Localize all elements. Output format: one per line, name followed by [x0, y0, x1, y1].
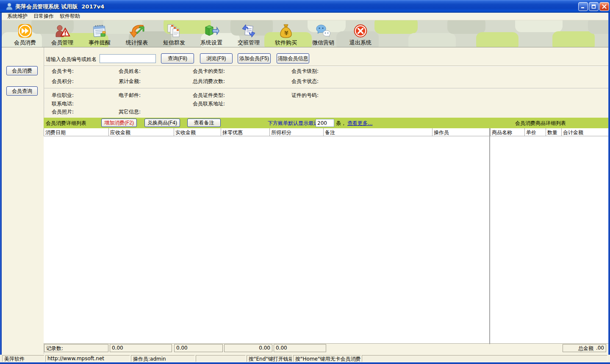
status-brand: 美萍软件 — [2, 355, 44, 362]
toolbar-member-manage[interactable]: 会员管理 — [44, 20, 81, 47]
menu-daily-operation[interactable]: 日常操作 — [30, 12, 57, 20]
svg-text:¥: ¥ — [284, 30, 288, 36]
goods-total-label: 总金额 — [578, 345, 593, 351]
window-border-bottom — [0, 362, 610, 364]
received-total-cell: 0.00 — [174, 344, 223, 352]
app-logo-icon — [5, 2, 14, 12]
col-unit-price: 单价 — [524, 128, 546, 136]
sidebar-member-query-button[interactable]: 会员查询 — [6, 86, 38, 96]
col-discount: 抹零优惠 — [221, 128, 269, 136]
goods-list-title: 会员消费商品详细列表 — [515, 120, 566, 127]
add-consume-button[interactable]: 增加消费(F2) — [101, 119, 137, 127]
member-card-type-label: 会员卡的类型: — [193, 68, 225, 75]
sidebar-member-consume-button[interactable]: 会员消费 — [6, 66, 38, 75]
status-operator: 操作员:admin — [131, 355, 195, 362]
member-photo-label: 会员照片: — [52, 108, 74, 116]
records-count-cell: 记录数: — [44, 344, 108, 352]
toolbar-sms-broadcast[interactable]: 短信群发 — [155, 20, 193, 47]
menu-software-help[interactable]: 软件帮助 — [57, 12, 83, 20]
member-search-input[interactable] — [100, 54, 156, 63]
toolbar-label: 事件提醒 — [89, 39, 111, 47]
clear-member-info-button[interactable]: 清除会员信息 — [277, 53, 309, 63]
stats-arrow-icon — [129, 23, 145, 39]
wechat-icon — [315, 23, 331, 39]
member-occupation-label: 单位职业: — [52, 92, 74, 99]
member-name-label: 会员姓名: — [119, 68, 141, 75]
view-remark-button[interactable]: 查看备注 — [187, 119, 221, 127]
exchange-goods-button[interactable]: 兑换商品(F4) — [144, 119, 180, 127]
divider-line — [44, 88, 608, 89]
col-goods-name: 商品名称 — [490, 128, 524, 136]
col-total-amount: 合计金额 — [561, 128, 608, 136]
status-spacer — [196, 355, 246, 362]
status-hint-end-key: 按"End"键打开钱箱 — [247, 355, 292, 362]
toolbar-exit-system[interactable]: 退出系统 — [342, 20, 379, 47]
toolbar-label: 系统设置 — [200, 39, 222, 47]
status-hint-home-key: 按"Home"键用无卡会员消费 — [293, 355, 361, 362]
col-received: 实收金额 — [174, 128, 221, 136]
calendar-reminder-icon — [92, 23, 108, 39]
consume-table-body[interactable] — [44, 136, 608, 344]
query-button[interactable]: 查询(F8) — [161, 53, 194, 63]
menu-system-maintain[interactable]: 系统维护 — [4, 12, 30, 20]
status-bar: 美萍软件 http://www.mpsoft.net 操作员:admin 按"E… — [0, 355, 610, 362]
member-alert-icon — [54, 23, 70, 39]
member-card-status-label: 会员卡状态: — [291, 78, 319, 85]
fast-forward-icon — [17, 23, 33, 39]
browse-button[interactable]: 浏览(F9) — [200, 53, 233, 63]
window-border-right — [608, 13, 610, 362]
toolbar-stats-report[interactable]: 统计报表 — [118, 20, 155, 47]
consume-action-bar: 会员消费详细列表 增加消费(F2) 兑换商品(F4) 查看备注 下方账单默认显示… — [44, 118, 608, 128]
member-phone-label: 联系电话: — [52, 100, 74, 108]
toolbar-event-reminder[interactable]: 事件提醒 — [81, 20, 118, 47]
member-points-label: 会员积分: — [52, 78, 74, 85]
money-bag-icon: ¥ — [278, 23, 294, 39]
maximize-button[interactable] — [589, 2, 599, 11]
points-total-cell: 0.00 — [274, 344, 326, 352]
receivable-total-cell: 0.00 — [110, 344, 172, 352]
toolbar-shift-manage[interactable]: 交班管理 — [230, 20, 267, 47]
shift-change-icon — [241, 23, 257, 39]
col-quantity: 数量 — [546, 128, 561, 136]
application-window: 美萍会员管理系统 试用版 2017v4 系统维护 日常操作 软件帮助 — [0, 0, 610, 364]
toolbar-label: 微信营销 — [312, 39, 334, 47]
member-total-amount-label: 累计金额: — [119, 78, 141, 85]
toolbar-label: 短信群发 — [163, 39, 185, 47]
toolbar-items: 会员消费 会员管理 — [6, 20, 379, 47]
window-title: 美萍会员管理系统 试用版 2017v4 — [15, 3, 104, 11]
toolbar-system-settings[interactable]: 系统设置 — [193, 20, 230, 47]
member-address-label: 会员联系地址: — [193, 100, 225, 108]
toolbar-software-purchase[interactable]: ¥ 软件购买 — [267, 20, 305, 47]
close-button[interactable] — [599, 2, 609, 11]
member-id-number-label: 证件的号码: — [291, 92, 319, 99]
goods-total-cell: 总金额 .00 — [563, 344, 606, 352]
member-id-type-label: 会员证件类型: — [193, 92, 225, 99]
add-member-button[interactable]: 添加会员(F5) — [238, 53, 271, 63]
col-consume-date: 消费日期 — [44, 128, 108, 136]
goods-total-value: .00 — [596, 345, 604, 351]
exit-icon — [352, 23, 369, 39]
toolbar-label: 交班管理 — [238, 39, 260, 47]
toolbar-wechat-marketing[interactable]: 微信营销 — [305, 20, 342, 47]
consume-list-title: 会员消费详细列表 — [46, 120, 86, 127]
status-spacer — [362, 355, 607, 362]
recent-count-input[interactable] — [316, 119, 334, 127]
toolbar: 会员消费 会员管理 — [2, 20, 608, 47]
member-card-no-label: 会员卡号: — [52, 68, 74, 75]
minimize-button[interactable] — [578, 2, 588, 11]
discount-total-cell: 0.00 — [224, 344, 272, 352]
toolbar-member-consume[interactable]: 会员消费 — [6, 20, 44, 47]
member-email-label: 电子邮件: — [119, 92, 141, 99]
title-bar: 美萍会员管理系统 试用版 2017v4 — [0, 0, 610, 13]
member-card-level-label: 会员卡级别: — [291, 68, 319, 75]
toolbar-label: 软件购买 — [275, 39, 297, 47]
menu-bar: 系统维护 日常操作 软件帮助 — [2, 13, 608, 20]
window-border-left — [0, 13, 2, 362]
toolbar-label: 会员管理 — [51, 39, 73, 47]
status-url: http://www.mpsoft.net — [45, 355, 130, 362]
recent-bills-text: 下方账单默认显示最近 — [268, 120, 319, 127]
view-more-link[interactable]: 查看更多... — [347, 120, 372, 127]
settings-cube-icon — [203, 23, 219, 39]
sms-stack-icon — [166, 23, 182, 39]
table-header-row: 消费日期 应收金额 实收金额 抹零优惠 所得积分 备注 操作员 商品名称 单价 … — [44, 128, 608, 136]
